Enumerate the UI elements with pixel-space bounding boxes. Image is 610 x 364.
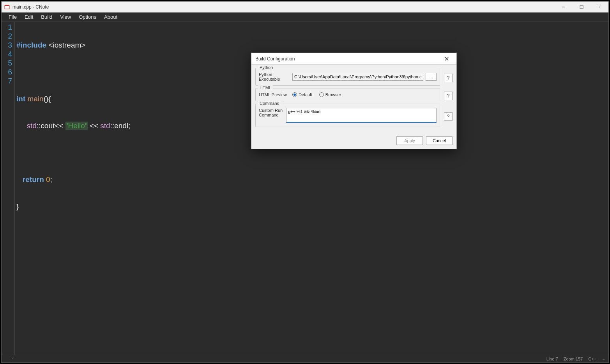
code-token	[16, 122, 27, 130]
status-line: Line 7	[546, 357, 558, 361]
radio-default[interactable]: Default	[292, 92, 312, 97]
line-number: 5	[2, 58, 12, 67]
dialog-close-button[interactable]	[441, 53, 453, 65]
menu-options[interactable]: Options	[75, 12, 100, 21]
code-token: int	[16, 95, 25, 103]
code-token: <<	[88, 122, 101, 130]
help-button[interactable]: ?	[444, 112, 453, 121]
code-token: main	[28, 95, 44, 103]
svg-rect-1	[5, 5, 9, 6]
radio-dot-icon	[292, 92, 297, 97]
line-number: 7	[2, 76, 12, 85]
statusbar: ⋰ Line 7 Zoom 157 C++ ⌄	[2, 355, 608, 362]
app-window: main.cpp - CNote File Edit Build View Op…	[1, 1, 609, 363]
radio-browser[interactable]: Browser	[319, 92, 341, 97]
dialog-titlebar: Build Configuration	[251, 53, 456, 65]
code-token: ::cout<<	[37, 122, 65, 130]
help-button[interactable]: ?	[444, 92, 453, 100]
minimize-button[interactable]	[555, 2, 573, 12]
code-token: return	[23, 175, 44, 184]
code-token: #include	[16, 41, 46, 49]
maximize-button[interactable]	[573, 2, 591, 12]
menubar: File Edit Build View Options About	[2, 12, 608, 22]
menu-build[interactable]: Build	[37, 12, 56, 21]
line-number: 4	[2, 49, 12, 58]
cancel-button[interactable]: Cancel	[426, 136, 453, 145]
dialog-title: Build Configuration	[255, 56, 441, 62]
build-config-dialog: Build Configuration Python Python Execut…	[251, 53, 457, 149]
code-token	[16, 175, 23, 184]
menu-view[interactable]: View	[56, 12, 75, 21]
apply-button[interactable]: Apply	[396, 136, 423, 145]
line-gutter: 1 2 3 4 5 6 7	[2, 22, 15, 355]
titlebar: main.cpp - CNote	[2, 2, 608, 12]
group-html: HTML HTML Preview Default Browser	[255, 88, 440, 101]
window-controls	[555, 2, 608, 12]
status-lang[interactable]: C++	[588, 357, 596, 361]
code-area[interactable]: #include <iostream> int main(){ std::cou…	[15, 22, 130, 355]
code-token: (){	[44, 95, 51, 103]
code-token: }	[16, 202, 19, 210]
html-preview-label: HTML Preview	[259, 92, 290, 97]
code-token: "Hello"	[65, 122, 88, 130]
dialog-buttons: Apply Cancel	[251, 133, 456, 149]
code-token: ;	[50, 175, 52, 184]
group-legend: HTML	[258, 85, 273, 90]
radio-dot-icon	[319, 92, 324, 97]
custom-run-command-input[interactable]: g++ %1 && %bin	[286, 108, 437, 123]
browse-button[interactable]: ...	[426, 73, 437, 81]
group-python: Python Python Executable ...	[255, 68, 440, 86]
window-title: main.cpp - CNote	[12, 4, 555, 10]
radio-label: Browser	[325, 92, 341, 97]
code-token: <iostream>	[46, 41, 85, 49]
group-legend: Python	[258, 65, 274, 70]
status-resize-icon: ⋰	[10, 356, 14, 361]
python-executable-label: Python Executable	[259, 72, 290, 81]
group-command: Command Custom Run Command g++ %1 && %bi…	[255, 104, 440, 127]
menu-about[interactable]: About	[100, 12, 121, 21]
custom-run-command-label: Custom Run Command	[259, 108, 284, 117]
python-executable-input[interactable]	[292, 73, 423, 81]
svg-rect-0	[5, 5, 9, 9]
code-token: std	[100, 122, 110, 130]
app-icon	[4, 4, 10, 10]
line-number: 6	[2, 67, 12, 76]
radio-label: Default	[299, 92, 312, 97]
status-lang-dropdown-icon[interactable]: ⌄	[602, 356, 605, 361]
menu-file[interactable]: File	[5, 12, 21, 21]
line-number: 3	[2, 41, 12, 49]
line-number: 2	[2, 32, 12, 41]
line-number: 1	[2, 23, 12, 32]
svg-rect-3	[580, 5, 583, 9]
menu-edit[interactable]: Edit	[21, 12, 37, 21]
group-legend: Command	[258, 101, 281, 106]
close-button[interactable]	[591, 2, 608, 12]
status-zoom: Zoom 157	[564, 357, 583, 361]
help-button[interactable]: ?	[444, 74, 453, 82]
code-token: std	[27, 122, 36, 130]
code-token: ::endl;	[110, 122, 131, 130]
code-token: 0	[46, 175, 50, 184]
